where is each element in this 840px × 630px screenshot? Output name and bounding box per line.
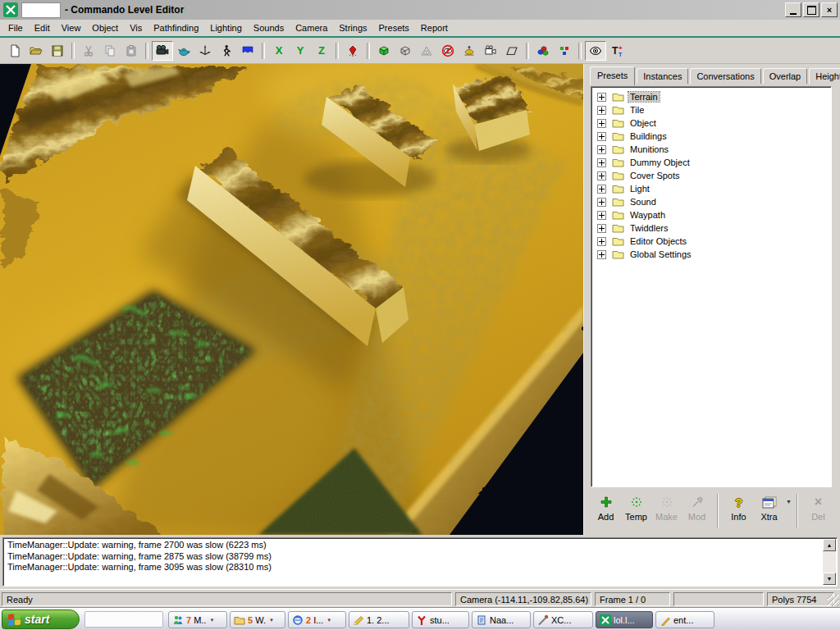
drop-to-ground-icon[interactable] xyxy=(342,41,363,61)
solid-cube-icon[interactable] xyxy=(373,41,395,61)
tree-item-global-settings[interactable]: Global Settings xyxy=(591,248,831,261)
start-button[interactable]: start xyxy=(2,609,80,629)
light-icon[interactable] xyxy=(459,41,480,61)
level-editor-icon xyxy=(600,614,611,626)
expander-plus[interactable] xyxy=(597,198,606,207)
expander-plus[interactable] xyxy=(597,145,606,154)
task-internet-group[interactable]: 2I...▼ xyxy=(288,611,346,628)
task-level-editor[interactable]: lol.l... xyxy=(596,611,653,628)
menu-lighting[interactable]: Lighting xyxy=(204,21,248,35)
axis-gizmo-icon[interactable] xyxy=(194,41,216,61)
polygon-icon[interactable] xyxy=(501,41,523,61)
maximize-button[interactable] xyxy=(803,2,819,17)
task-messenger-group[interactable]: 7M..▼ xyxy=(168,611,227,628)
xtra-dropdown-icon[interactable]: ▼ xyxy=(786,499,792,504)
axis-z-icon[interactable]: Z xyxy=(311,41,332,61)
visibility-triangle-icon xyxy=(416,41,437,61)
tree-item-editor-objects[interactable]: Editor Objects xyxy=(591,235,831,248)
temp-button[interactable]: Temp xyxy=(621,492,651,522)
task-stu[interactable]: stu... xyxy=(412,611,469,628)
tree-item-cover-spots[interactable]: Cover Spots xyxy=(591,169,831,182)
add-button[interactable]: Add xyxy=(591,492,621,522)
task-folders-group[interactable]: 5W.▼ xyxy=(230,611,285,628)
group-cubes-icon[interactable] xyxy=(532,41,554,61)
menu-presets[interactable]: Presets xyxy=(373,21,415,35)
tab-overlap[interactable]: Overlap xyxy=(763,68,808,84)
group-colors-icon[interactable] xyxy=(554,41,575,61)
task-label: XC... xyxy=(551,615,571,625)
menu-camera[interactable]: Camera xyxy=(290,21,333,35)
scroll-down-icon[interactable]: ▼ xyxy=(823,573,836,585)
log-scrollbar[interactable]: ▲ ▼ xyxy=(823,539,836,585)
tree-item-twiddlers[interactable]: Twiddlers xyxy=(591,221,831,235)
text-labels-icon[interactable]: T+T xyxy=(606,41,628,61)
axis-x-icon[interactable]: X xyxy=(268,41,290,61)
task-naa[interactable]: Naa... xyxy=(472,611,531,628)
walk-mode-icon[interactable] xyxy=(216,41,237,61)
tree-item-munitions[interactable]: Munitions xyxy=(591,143,831,156)
folder-icon xyxy=(612,92,624,102)
task-xc[interactable]: XC... xyxy=(533,611,593,628)
tab-heightfield[interactable]: Heightfield xyxy=(809,68,840,84)
menu-pathfinding[interactable]: Pathfinding xyxy=(148,21,204,35)
level-editor-window: - Commando Level Editor × File Edit View… xyxy=(0,0,840,630)
expander-plus[interactable] xyxy=(597,237,606,246)
quick-launch-area[interactable] xyxy=(84,611,163,628)
eye-toggle-icon[interactable] xyxy=(585,41,606,61)
tab-instances[interactable]: Instances xyxy=(637,68,688,84)
task-count: 5 xyxy=(248,615,253,625)
expander-plus[interactable] xyxy=(597,119,606,128)
tree-item-sound[interactable]: Sound xyxy=(591,195,831,208)
teapot-icon[interactable] xyxy=(173,41,194,61)
task-ent[interactable]: ent... xyxy=(655,611,714,628)
wireframe-cube-icon[interactable] xyxy=(395,41,416,61)
viewport-3d-scene[interactable] xyxy=(0,64,583,535)
save-icon[interactable] xyxy=(47,41,68,61)
tree-item-waypath[interactable]: Waypath xyxy=(591,208,831,221)
folder-icon xyxy=(612,171,624,180)
resize-grip[interactable] xyxy=(828,595,839,606)
minimize-button[interactable] xyxy=(785,2,801,17)
del-button: ×Del xyxy=(803,492,833,522)
tab-presets[interactable]: Presets xyxy=(590,66,635,85)
menu-report[interactable]: Report xyxy=(415,21,454,35)
open-folder-icon[interactable] xyxy=(25,41,47,61)
visibility-off-icon[interactable] xyxy=(437,41,459,61)
menu-sounds[interactable]: Sounds xyxy=(248,21,290,35)
info-button[interactable]: ?Info xyxy=(724,492,754,522)
task-label: Naa... xyxy=(490,615,514,625)
menu-object[interactable]: Object xyxy=(86,21,124,35)
expander-plus[interactable] xyxy=(597,171,606,180)
close-button[interactable]: × xyxy=(821,2,838,17)
menu-view[interactable]: View xyxy=(56,21,87,35)
menu-edit[interactable]: Edit xyxy=(29,21,56,35)
tree-item-object[interactable]: Object xyxy=(591,116,831,130)
tree-item-light[interactable]: Light xyxy=(591,182,831,195)
expander-plus[interactable] xyxy=(597,93,606,102)
camera-view-icon[interactable] xyxy=(480,41,501,61)
tree-item-tile[interactable]: Tile xyxy=(591,103,831,116)
menu-vis[interactable]: Vis xyxy=(124,21,148,35)
scroll-up-icon[interactable]: ▲ xyxy=(823,539,836,551)
new-document-icon[interactable] xyxy=(4,41,25,61)
expander-plus[interactable] xyxy=(597,224,606,233)
expander-plus[interactable] xyxy=(597,106,606,115)
expander-plus[interactable] xyxy=(597,132,606,141)
expander-plus[interactable] xyxy=(597,211,606,220)
tree-item-terrain[interactable]: Terrain xyxy=(591,90,831,103)
axis-y-icon[interactable]: Y xyxy=(290,41,311,61)
task-notes[interactable]: 1. 2... xyxy=(349,611,409,628)
tab-conversations[interactable]: Conversations xyxy=(690,68,760,84)
menu-strings[interactable]: Strings xyxy=(333,21,372,35)
tree-item-dummy-object[interactable]: Dummy Object xyxy=(591,156,831,169)
camera-mode-icon[interactable] xyxy=(152,41,173,61)
expander-plus[interactable] xyxy=(597,185,606,194)
menu-file[interactable]: File xyxy=(2,21,29,35)
flag-icon[interactable] xyxy=(237,41,258,61)
expander-plus[interactable] xyxy=(597,250,606,259)
xtra-button[interactable]: Xtra xyxy=(754,492,784,522)
tree-item-buildings[interactable]: Buildings xyxy=(591,130,831,143)
expander-plus[interactable] xyxy=(597,158,606,167)
toolbar-separator xyxy=(367,43,370,59)
sparkle-icon xyxy=(660,495,673,509)
